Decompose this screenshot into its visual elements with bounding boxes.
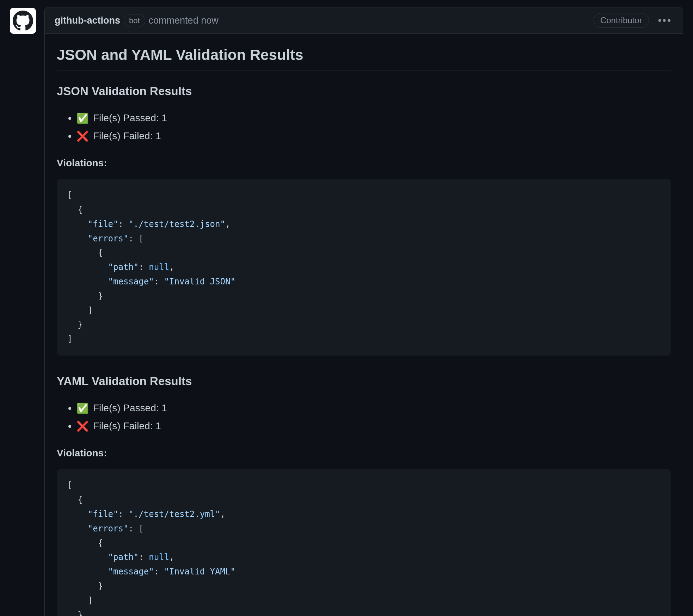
- list-item: ❌ File(s) Failed: 1: [76, 127, 671, 145]
- json-violations-code: [ { "file": "./test/test2.json", "errors…: [57, 179, 671, 356]
- yaml-violations-code: [ { "file": "./test/test2.yml", "errors"…: [57, 469, 671, 616]
- yaml-failed-text: File(s) Failed: 1: [93, 420, 161, 431]
- list-item: ✅ File(s) Passed: 1: [76, 109, 671, 127]
- list-item: ❌ File(s) Failed: 1: [76, 417, 671, 435]
- author-name[interactable]: github-actions: [55, 13, 120, 28]
- bot-badge: bot: [124, 14, 145, 27]
- json-section-heading: JSON Validation Results: [57, 82, 671, 100]
- check-icon: ✅: [76, 113, 89, 124]
- author-avatar[interactable]: [10, 7, 36, 34]
- github-logo-icon: [10, 8, 36, 34]
- kebab-menu-icon[interactable]: •••: [657, 13, 673, 28]
- check-icon: ✅: [76, 403, 89, 414]
- contributor-badge: Contributor: [594, 13, 649, 28]
- comment-header: github-actions bot commented now Contrib…: [45, 7, 683, 34]
- json-results-list: ✅ File(s) Passed: 1 ❌ File(s) Failed: 1: [76, 109, 671, 146]
- list-item: ✅ File(s) Passed: 1: [76, 399, 671, 417]
- comment-body: JSON and YAML Validation Results JSON Va…: [45, 34, 683, 616]
- cross-icon: ❌: [76, 131, 89, 142]
- comment-container: github-actions bot commented now Contrib…: [44, 7, 683, 616]
- yaml-results-list: ✅ File(s) Passed: 1 ❌ File(s) Failed: 1: [76, 399, 671, 436]
- yaml-passed-text: File(s) Passed: 1: [93, 402, 167, 413]
- json-violations-label: Violations:: [57, 156, 671, 171]
- comment-timestamp[interactable]: commented now: [149, 13, 219, 28]
- yaml-violations-label: Violations:: [57, 446, 671, 461]
- json-passed-text: File(s) Passed: 1: [93, 112, 167, 123]
- yaml-section-heading: YAML Validation Results: [57, 372, 671, 390]
- cross-icon: ❌: [76, 421, 89, 432]
- json-failed-text: File(s) Failed: 1: [93, 130, 161, 141]
- results-title: JSON and YAML Validation Results: [57, 44, 671, 70]
